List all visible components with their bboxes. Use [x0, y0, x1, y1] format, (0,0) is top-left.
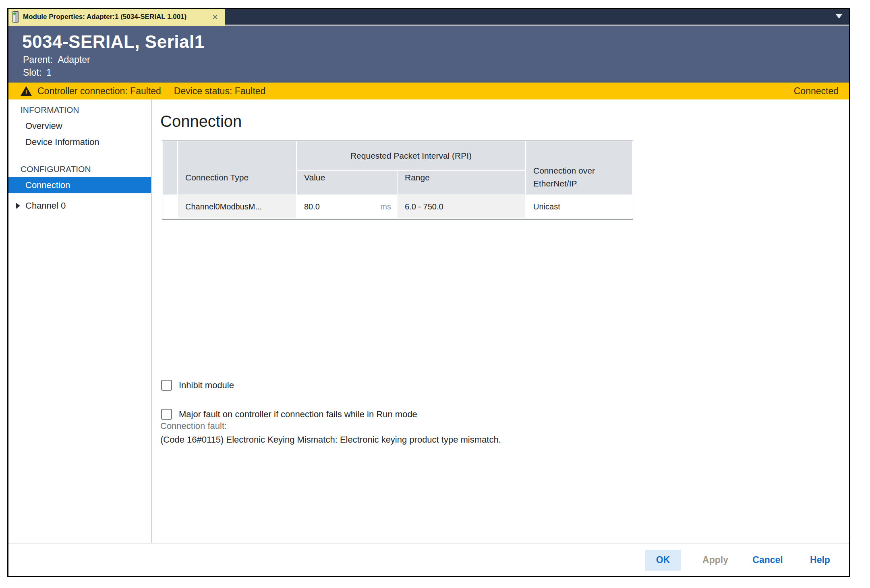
- device-status: Device status: Faulted: [174, 86, 266, 97]
- sidebar-item-connection[interactable]: Connection: [8, 177, 151, 193]
- tab-bar: Module Properties: Adapter:1 (5034-SERIA…: [8, 9, 849, 25]
- connection-state: Connected: [794, 86, 839, 97]
- rpi-range-cell: 6.0 - 750.0: [398, 195, 525, 218]
- parent-row: Parent:Adapter: [23, 54, 90, 65]
- major-fault-checkbox[interactable]: [161, 409, 172, 420]
- rpi-value[interactable]: 80.0: [304, 202, 320, 211]
- apply-button[interactable]: Apply: [698, 550, 733, 571]
- warning-icon: !: [21, 86, 32, 96]
- column-header-connection-over-ethernet: Connection over EtherNet/IP: [526, 141, 632, 195]
- expand-arrow-icon[interactable]: [16, 203, 20, 209]
- section-information: INFORMATION: [21, 105, 79, 115]
- sidebar-item-device-information[interactable]: Device Information: [8, 134, 151, 150]
- connection-over-ethernet-cell[interactable]: Unicast: [526, 195, 632, 218]
- module-properties-window: Module Properties: Adapter:1 (5034-SERIA…: [7, 8, 850, 577]
- module-properties-tab[interactable]: Module Properties: Adapter:1 (5034-SERIA…: [8, 9, 225, 25]
- parent-label: Parent:: [23, 54, 53, 65]
- inhibit-module-label: Inhibit module: [179, 380, 234, 391]
- cancel-button[interactable]: Cancel: [750, 550, 785, 571]
- module-title: 5034-SERIAL, Serial1: [22, 32, 205, 52]
- slot-row: Slot:1: [23, 67, 52, 78]
- column-group-rpi: Requested Packet Interval (RPI): [297, 141, 525, 170]
- sidebar-divider: [151, 99, 152, 543]
- connection-fault-message: (Code 16#0115) Electronic Keying Mismatc…: [160, 435, 501, 445]
- status-led-icon: [13, 12, 16, 15]
- connection-table: Connection Type Requested Packet Interva…: [162, 140, 633, 220]
- module-device-icon: [12, 11, 19, 23]
- close-tab-icon[interactable]: ✕: [212, 13, 218, 21]
- connection-type-cell: Channel0ModbusM...: [178, 195, 296, 218]
- module-header: 5034-SERIAL, Serial1 Parent:Adapter Slot…: [8, 26, 849, 83]
- slot-value: 1: [46, 67, 52, 78]
- section-configuration: CONFIGURATION: [21, 164, 91, 174]
- rpi-unit: ms: [380, 202, 391, 211]
- status-bar: ! Controller connection: Faulted Device …: [8, 83, 849, 99]
- category-sidebar: INFORMATION Overview Device Information …: [8, 99, 151, 543]
- connection-fault-label: Connection fault:: [160, 421, 227, 431]
- column-header-connection-type: Connection Type: [178, 141, 296, 195]
- slot-label: Slot:: [23, 67, 41, 78]
- help-button[interactable]: Help: [802, 550, 838, 571]
- sidebar-item-overview[interactable]: Overview: [8, 118, 151, 134]
- button-bar: OK Apply Cancel Help: [8, 544, 849, 576]
- tab-list-dropdown-icon[interactable]: [835, 14, 843, 19]
- row-selector-header: [163, 141, 177, 195]
- inhibit-module-row: Inhibit module: [161, 380, 234, 391]
- ok-button[interactable]: OK: [645, 550, 681, 571]
- table-row: Channel0ModbusM... 80.0 ms 6.0 - 750.0 U…: [163, 195, 632, 218]
- major-fault-row: Major fault on controller if connection …: [161, 409, 417, 420]
- inhibit-module-checkbox[interactable]: [161, 380, 172, 391]
- rpi-value-cell[interactable]: 80.0 ms: [297, 195, 397, 218]
- sidebar-item-channel-0[interactable]: Channel 0: [8, 198, 151, 214]
- major-fault-label: Major fault on controller if connection …: [179, 409, 417, 420]
- column-header-range: Range: [398, 171, 525, 195]
- page-title: Connection: [160, 112, 242, 130]
- parent-value: Adapter: [58, 54, 90, 65]
- column-header-value: Value: [297, 171, 397, 195]
- row-selector-cell[interactable]: [163, 195, 177, 218]
- tab-title: Module Properties: Adapter:1 (5034-SERIA…: [23, 13, 186, 21]
- controller-connection-status: Controller connection: Faulted: [37, 86, 161, 97]
